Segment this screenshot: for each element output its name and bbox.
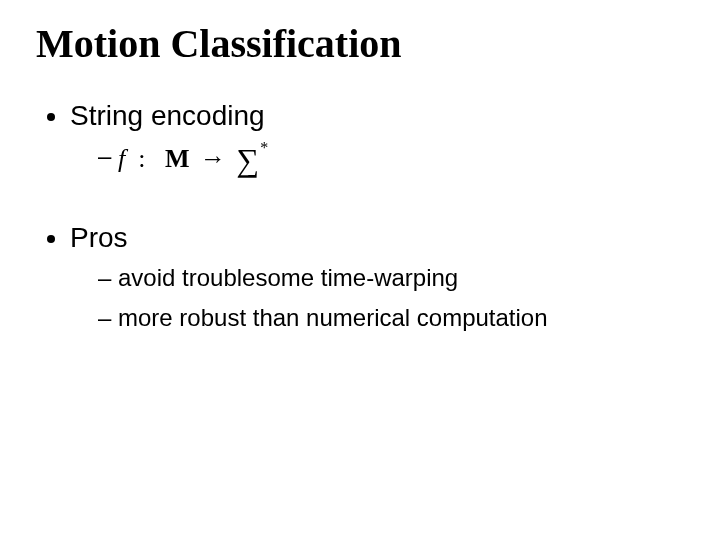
formula-line: f : M → ∑* (98, 137, 684, 176)
slide: Motion Classification String encoding f … (0, 0, 720, 540)
formula: f : M → ∑* (118, 140, 268, 176)
sub-text-a: avoid troublesome time-warping (118, 264, 458, 291)
bullet-text: String encoding (70, 100, 265, 131)
formula-M: M (165, 144, 190, 173)
sub-list-pros: avoid troublesome time-warping more robu… (88, 259, 684, 335)
sub-bullet-robust: more robust than numerical computation (98, 299, 684, 336)
arrow-icon: → (196, 146, 230, 172)
sub-list-encoding: f : M → ∑* (88, 137, 684, 176)
bullet-list-2: Pros avoid troublesome time-warping more… (44, 216, 684, 336)
spacer (36, 178, 684, 216)
sub-text-b: more robust than numerical computation (118, 304, 548, 331)
formula-space1 (152, 144, 159, 173)
bullet-text-pros: Pros (70, 222, 128, 253)
slide-title: Motion Classification (36, 22, 684, 66)
bullet-string-encoding: String encoding f : M → ∑* (70, 94, 684, 176)
formula-f: f (118, 144, 125, 173)
formula-colon-char: : (138, 144, 145, 173)
formula-star: * (260, 139, 268, 156)
bullet-list: String encoding f : M → ∑* (44, 94, 684, 176)
bullet-pros: Pros avoid troublesome time-warping more… (70, 216, 684, 336)
sigma-icon: ∑ (237, 144, 260, 176)
sub-bullet-timewarping: avoid troublesome time-warping (98, 259, 684, 296)
